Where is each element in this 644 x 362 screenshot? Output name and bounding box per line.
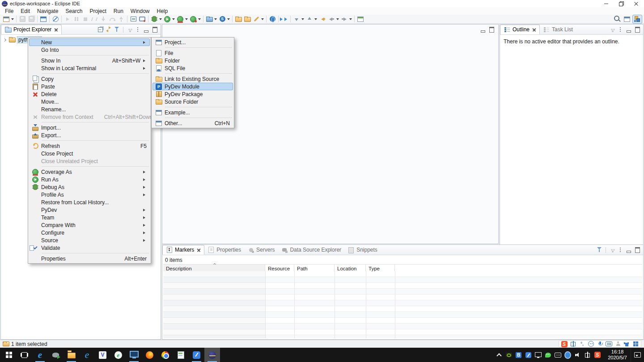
toolbar-button[interactable] <box>2 15 15 24</box>
menu-item-team[interactable]: Team <box>29 214 150 221</box>
toolbar-button[interactable] <box>340 15 353 24</box>
toolbar-button[interactable] <box>243 15 252 24</box>
voice-icon[interactable] <box>597 341 603 347</box>
maximize-icon[interactable] <box>633 25 641 34</box>
view-menu-icon[interactable] <box>134 25 142 34</box>
submenu-item-file[interactable]: File <box>153 49 233 57</box>
menubar-item[interactable]: File <box>2 8 17 15</box>
toolbar-button[interactable] <box>163 15 176 24</box>
dropdown-caret-icon[interactable] <box>11 18 14 21</box>
menu-item-refresh[interactable]: Refresh F5 <box>29 142 150 150</box>
menu-item-show-in-local-terminal[interactable]: Show in Local Terminal <box>29 64 150 72</box>
minimize-icon[interactable] <box>625 25 633 34</box>
menubar-item[interactable]: Navigate <box>34 8 61 15</box>
toolbar-button[interactable] <box>189 15 202 24</box>
submenu-item-link-to-existing-source[interactable]: Link to Existing Source <box>153 75 233 83</box>
submenu-item-sql-file[interactable]: SQL File <box>153 64 233 72</box>
menu-item-show-in[interactable]: Show In Alt+Shift+W <box>29 57 150 64</box>
toolbar-button[interactable] <box>99 15 108 24</box>
display-icon[interactable] <box>535 352 542 358</box>
taskbar-item[interactable] <box>1 348 17 362</box>
toolbar-button[interactable] <box>613 15 622 24</box>
toolbar-button[interactable] <box>63 15 72 24</box>
taskbar-item[interactable] <box>189 348 204 362</box>
toolbar-button[interactable] <box>117 15 126 24</box>
menu-item-configure[interactable]: Configure <box>29 229 150 236</box>
close-icon[interactable] <box>532 28 536 32</box>
dropdown-caret-icon[interactable] <box>185 18 188 21</box>
menu-item-compare-with[interactable]: Compare With <box>29 221 150 229</box>
menu-item-properties[interactable]: Properties Alt+Enter <box>29 255 150 262</box>
taskbar-item[interactable] <box>32 348 48 362</box>
emoji-icon[interactable] <box>588 341 594 347</box>
action-center-button[interactable] <box>631 348 644 362</box>
menubar-item[interactable]: Project <box>86 8 109 15</box>
maximize-icon[interactable] <box>487 25 496 34</box>
tab[interactable]: Servers <box>244 245 278 255</box>
filter-icon[interactable] <box>596 246 604 254</box>
close-icon[interactable] <box>54 28 58 32</box>
menu-item-source[interactable]: Source <box>29 236 150 244</box>
submenu-item-example[interactable]: Example... <box>153 109 233 116</box>
maximize-icon[interactable] <box>633 246 641 254</box>
menubar-item[interactable]: Search <box>62 8 85 15</box>
menubar-item[interactable]: Run <box>110 8 127 15</box>
toolbar-button[interactable] <box>138 15 147 24</box>
toolbar-button[interactable] <box>18 15 27 24</box>
close-icon[interactable] <box>197 248 201 252</box>
menu-item-new[interactable]: New <box>29 38 150 46</box>
menu-item-copy[interactable]: Copy <box>29 75 150 83</box>
toolbar-button[interactable] <box>150 15 163 24</box>
toolbar-button[interactable] <box>268 15 277 24</box>
toolbar-button[interactable] <box>39 15 48 24</box>
app-circle-icon[interactable] <box>564 352 571 358</box>
menubar-item[interactable]: Window <box>127 8 153 15</box>
toolbar-button[interactable] <box>356 15 365 24</box>
toolbar-button[interactable] <box>72 15 81 24</box>
minimize-icon[interactable] <box>625 246 633 254</box>
toolbar-button[interactable] <box>218 15 231 24</box>
soft-keyboard-icon[interactable] <box>606 341 612 347</box>
dropdown-caret-icon[interactable] <box>227 18 230 21</box>
restore-window-button[interactable] <box>614 0 629 7</box>
submenu-item-folder[interactable]: Folder <box>153 57 233 64</box>
tab[interactable]: Markers <box>162 245 204 255</box>
ime-lang-icon[interactable] <box>584 352 591 358</box>
menu-item-validate[interactable]: Validate <box>29 244 150 252</box>
bluetooth-icon[interactable] <box>515 352 522 358</box>
menu-item-delete[interactable]: Delete <box>29 90 150 98</box>
dropdown-caret-icon[interactable] <box>172 18 175 21</box>
tab[interactable]: Properties <box>204 245 244 255</box>
dropdown-caret-icon[interactable] <box>314 18 317 21</box>
tab-project-explorer[interactable]: Project Explorer <box>1 25 62 34</box>
menu-item-coverage-as[interactable]: Coverage As <box>29 168 150 176</box>
taskbar-item[interactable] <box>173 348 189 362</box>
menu-item-profile-as[interactable]: Profile As <box>29 191 150 198</box>
expander-chevron-icon[interactable] <box>3 38 6 41</box>
toolbar-button[interactable] <box>129 15 138 24</box>
menu-item-remove-from-context[interactable]: Remove from Context Ctrl+Alt+Shift+Down <box>29 113 150 121</box>
view-menu-icon[interactable] <box>616 25 624 34</box>
menu-item-go-into[interactable]: Go Into <box>29 46 150 54</box>
toolbox-icon[interactable] <box>632 341 639 347</box>
minimize-icon[interactable] <box>479 25 487 34</box>
menubar-item[interactable]: Help <box>154 8 171 15</box>
menu-item-export[interactable]: Export... <box>29 131 150 139</box>
person-icon[interactable] <box>614 341 621 347</box>
taskbar-item[interactable] <box>17 348 32 362</box>
taskbar-item[interactable] <box>48 348 64 362</box>
toolbar-button[interactable] <box>292 15 305 24</box>
toolbar-button[interactable] <box>318 15 327 24</box>
toolbar-button[interactable] <box>305 15 318 24</box>
taskbar-item[interactable] <box>110 348 126 362</box>
volume-icon[interactable] <box>574 352 581 358</box>
dropdown-caret-icon[interactable] <box>336 18 339 21</box>
submenu-item-project[interactable]: Project... <box>153 38 233 46</box>
nvidia-icon[interactable] <box>505 352 512 358</box>
menu-item-rename[interactable]: Rename... <box>29 105 150 113</box>
focus-icon[interactable] <box>608 246 616 254</box>
menu-item-restore-from-local-history[interactable]: Restore from Local History... <box>29 198 150 206</box>
toolbar-button[interactable] <box>252 15 265 24</box>
menubar-item[interactable]: Edit <box>17 8 33 15</box>
filter-icon[interactable] <box>113 25 121 34</box>
